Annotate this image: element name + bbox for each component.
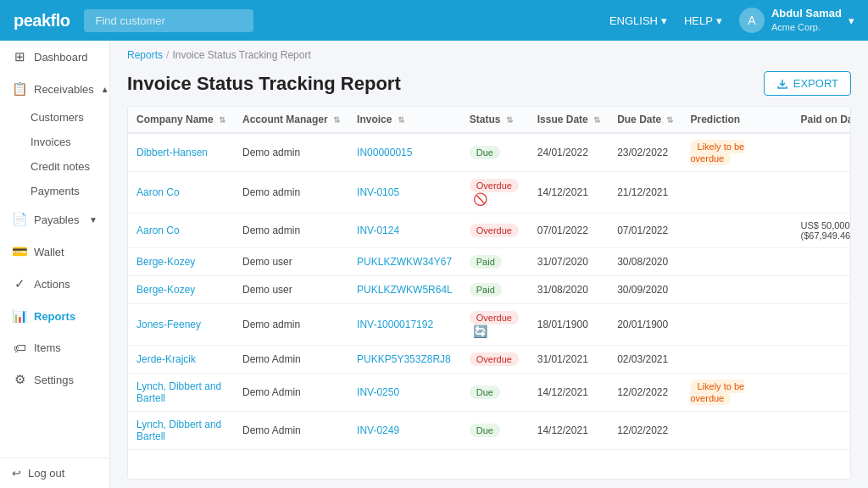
sort-icon: ⇅	[666, 115, 673, 125]
cell-due-date: 30/09/2020	[609, 276, 682, 304]
cell-issue-date: 14/12/2021	[529, 412, 609, 450]
sidebar-item-invoices[interactable]: Invoices	[0, 130, 109, 154]
sort-icon: ⇅	[506, 115, 513, 125]
cell-issue-date: 31/01/2021	[529, 346, 609, 374]
cell-status: Overdue🚫	[461, 172, 529, 214]
sidebar-item-dashboard[interactable]: ⊞ Dashboard	[0, 41, 109, 73]
sidebar-item-credit-notes[interactable]: Credit notes	[0, 154, 109, 179]
cell-due-date: 12/02/2022	[609, 412, 682, 450]
table-row: Lynch, Dibbert and BartellDemo AdminINV-…	[128, 412, 851, 450]
cell-prediction: Likely to be overdue	[682, 133, 792, 172]
cell-status: Overdue	[461, 346, 529, 374]
sidebar-item-label: Actions	[34, 278, 70, 291]
actions-icon: ✓	[12, 276, 27, 291]
sidebar-item-receivables[interactable]: 📋 Receivables ▲	[0, 73, 109, 105]
sidebar-item-wallet[interactable]: 💳 Wallet	[0, 236, 109, 268]
col-header-prediction[interactable]: Prediction	[682, 107, 792, 133]
col-header-status[interactable]: Status ⇅	[461, 107, 529, 133]
table-row: Jerde-KrajcikDemo AdminPUKKP5Y353Z8RJ8Ov…	[128, 346, 851, 374]
cell-paid-on	[792, 412, 851, 450]
chevron-down-icon: ▾	[716, 14, 722, 27]
cell-invoice[interactable]: PUKLKZWKW5R64L	[348, 276, 461, 304]
status-badge: Paid	[470, 255, 502, 269]
chevron-down-icon: ▼	[89, 215, 97, 225]
cell-prediction	[682, 412, 792, 450]
cell-manager: Demo Admin	[234, 412, 348, 450]
cell-due-date: 07/01/2022	[609, 214, 682, 248]
cell-invoice[interactable]: IN00000015	[348, 133, 461, 172]
col-header-manager[interactable]: Account Manager ⇅	[234, 107, 348, 133]
cell-company[interactable]: Aaron Co	[128, 214, 234, 248]
sort-icon: ⇅	[219, 115, 225, 125]
cell-invoice[interactable]: INV-0105	[348, 172, 461, 214]
col-header-company[interactable]: Company Name ⇅	[128, 107, 234, 133]
cell-invoice[interactable]: PUKKP5Y353Z8RJ8	[348, 346, 461, 374]
sort-icon: ⇅	[593, 115, 600, 125]
col-header-due-date[interactable]: Due Date ⇅	[609, 107, 682, 133]
cell-paid-on	[792, 248, 851, 276]
find-customer-input[interactable]	[84, 9, 253, 32]
cell-status: Paid	[461, 276, 529, 304]
col-header-issue-date[interactable]: Issue Date ⇅	[529, 107, 609, 133]
cell-invoice[interactable]: INV-0250	[348, 374, 461, 412]
payables-icon: 📄	[12, 212, 27, 227]
cell-paid-on	[792, 346, 851, 374]
logout-button[interactable]: ↩ Log out	[0, 458, 109, 488]
cell-invoice[interactable]: PUKLKZWKW34Y67	[348, 248, 461, 276]
sidebar-item-label: Payables	[34, 214, 79, 226]
items-icon: 🏷	[12, 341, 27, 355]
cell-paid-on: US$ 50,000.00 ($67,949.46)	[792, 214, 851, 248]
cell-company[interactable]: Berge-Kozey	[128, 248, 234, 276]
sort-icon: ⇅	[333, 115, 340, 125]
table-container[interactable]: Company Name ⇅ Account Manager ⇅ Invoice…	[127, 106, 851, 480]
cell-due-date: 20/01/1900	[609, 304, 682, 346]
cell-issue-date: 24/01/2022	[529, 133, 609, 172]
cell-issue-date: 31/08/2020	[529, 276, 609, 304]
cell-paid-on	[792, 172, 851, 214]
export-button[interactable]: EXPORT	[764, 71, 851, 96]
table-row: Dibbert-HansenDemo adminIN00000015Due24/…	[128, 133, 851, 172]
sidebar-item-payments[interactable]: Payments	[0, 179, 109, 203]
sidebar-item-actions[interactable]: ✓ Actions	[0, 268, 109, 300]
breadcrumb-current: Invoice Status Tracking Report	[172, 49, 310, 61]
logout-icon: ↩	[12, 467, 21, 480]
sidebar-item-customers[interactable]: Customers	[0, 105, 109, 130]
col-header-paid-on[interactable]: Paid on Date ⇅	[792, 107, 851, 133]
language-selector[interactable]: ENGLISH ▾	[609, 14, 667, 27]
sidebar-item-label: Receivables	[34, 83, 94, 96]
settings-icon: ⚙	[12, 372, 27, 387]
sidebar-item-settings[interactable]: ⚙ Settings	[0, 363, 109, 396]
sidebar-item-items[interactable]: 🏷 Items	[0, 332, 109, 363]
user-company: Acme Corp.	[771, 21, 842, 33]
cell-due-date: 30/08/2020	[609, 248, 682, 276]
cell-company[interactable]: Jones-Feeney	[128, 304, 234, 346]
cell-company[interactable]: Jerde-Krajcik	[128, 346, 234, 374]
wallet-icon: 💳	[12, 244, 27, 259]
cell-company[interactable]: Berge-Kozey	[128, 276, 234, 304]
page-title: Invoice Status Tracking Report	[127, 73, 401, 95]
cell-company[interactable]: Lynch, Dibbert and Bartell	[128, 412, 234, 450]
breadcrumb: Reports / Invoice Status Tracking Report	[110, 41, 868, 64]
sidebar-item-reports[interactable]: 📊 Reports	[0, 300, 109, 332]
sidebar-item-payables[interactable]: 📄 Payables ▼	[0, 203, 109, 236]
breadcrumb-parent[interactable]: Reports	[127, 49, 163, 61]
main-content: Reports / Invoice Status Tracking Report…	[110, 41, 868, 488]
cell-issue-date: 14/12/2021	[529, 172, 609, 214]
col-header-invoice[interactable]: Invoice ⇅	[348, 107, 461, 133]
cell-invoice[interactable]: INV-0249	[348, 412, 461, 450]
cell-company[interactable]: Dibbert-Hansen	[128, 133, 234, 172]
cell-company[interactable]: Lynch, Dibbert and Bartell	[128, 374, 234, 412]
user-menu[interactable]: A Abdul Samad Acme Corp. ▾	[739, 7, 854, 33]
cell-invoice[interactable]: INV-1000017192	[348, 304, 461, 346]
cell-issue-date: 18/01/1900	[529, 304, 609, 346]
cell-due-date: 12/02/2022	[609, 374, 682, 412]
cell-status: Due	[461, 412, 529, 450]
cell-company[interactable]: Aaron Co	[128, 172, 234, 214]
top-nav-right: ENGLISH ▾ HELP ▾ A Abdul Samad Acme Corp…	[609, 7, 854, 33]
avatar: A	[739, 8, 765, 33]
help-menu[interactable]: HELP ▾	[684, 14, 722, 27]
invoice-table: Company Name ⇅ Account Manager ⇅ Invoice…	[128, 107, 851, 450]
cell-invoice[interactable]: INV-0124	[348, 214, 461, 248]
cell-manager: Demo admin	[234, 133, 348, 172]
main-layout: ⊞ Dashboard 📋 Receivables ▲ Customers In…	[0, 41, 868, 488]
